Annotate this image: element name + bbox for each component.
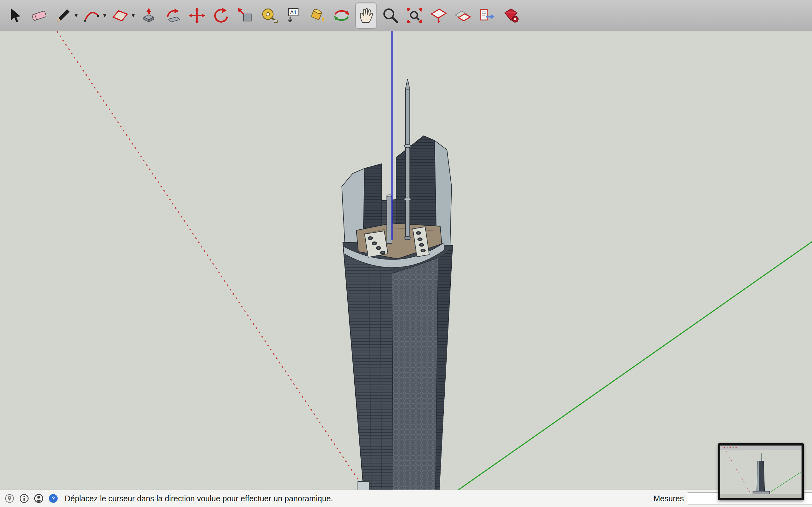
move-tool-button[interactable] [187,3,207,28]
text-tool-button[interactable]: A1 [283,3,304,28]
move-icon [188,7,206,24]
model-settings-tool-button[interactable] [501,3,521,28]
shapes-tool-button[interactable] [110,3,131,28]
section-display-tool-button[interactable] [452,3,473,28]
follow-me-icon [164,7,182,24]
red-axis-dotted [57,32,365,490]
roof-vent-left[interactable] [364,231,388,257]
geolocation-icon [4,493,15,504]
arc-icon [83,7,101,24]
viewport-canvas[interactable] [0,32,812,490]
short-antenna-mast[interactable] [387,195,392,243]
orbit-icon [333,7,351,24]
status-bar: ? Déplacez le curseur dans la direction … [0,490,812,507]
status-message: Déplacez le curseur dans la direction vo… [65,494,333,503]
info-icon [19,493,30,504]
rectangle-shape-icon [111,7,129,24]
geolocation-button[interactable] [4,493,15,504]
line-tool-button[interactable] [53,3,73,28]
tape-measure-tool-button[interactable] [259,3,280,28]
measurements-label: Mesures [653,494,684,503]
arc-tool-button[interactable] [81,3,102,28]
model-preview-thumbnail [720,446,802,498]
section-plane-tool-button[interactable] [428,3,449,28]
section-display-icon [454,7,472,24]
main-toolbar: ▾ ▾ ▾ [0,0,812,32]
push-pull-icon [140,7,158,24]
orbit-tool-button[interactable] [331,3,352,28]
export-tool-button[interactable] [476,3,497,28]
zoom-magnifier-icon [382,7,399,24]
pan-hand-icon [357,7,375,24]
arc-tool-dropdown[interactable]: ▾ [102,3,107,28]
rotate-icon [212,7,230,24]
sketchup-gem-gear-icon [502,7,520,24]
zoom-tool-button[interactable] [380,3,401,28]
model-preview-panel[interactable] [718,443,804,500]
shapes-tool-dropdown[interactable]: ▾ [131,3,136,28]
user-account-icon [33,493,44,504]
line-tool-dropdown[interactable]: ▾ [73,3,79,28]
text-dimension-icon: A1 [285,7,302,24]
rotate-tool-button[interactable] [211,3,232,28]
tower-model[interactable] [342,79,453,490]
paint-bucket-tool-button[interactable] [307,3,328,28]
scale-tool-button[interactable] [235,3,256,28]
sketchup-window: ▾ ▾ ▾ [0,0,812,507]
svg-text:A1: A1 [290,9,297,15]
help-icon: ? [48,493,59,504]
tape-measure-icon [260,7,278,24]
select-arrow-icon [6,7,24,24]
push-pull-tool-button[interactable] [138,3,159,28]
follow-me-tool-button[interactable] [162,3,183,28]
sign-in-button[interactable] [33,493,44,504]
zoom-extents-tool-button[interactable] [404,3,425,28]
eraser-icon [30,7,48,24]
eraser-tool-button[interactable] [29,3,49,28]
paint-bucket-icon [309,7,326,24]
modeling-viewport[interactable] [0,32,812,490]
select-tool-button[interactable] [4,3,26,28]
help-button[interactable]: ? [48,493,59,504]
status-icons: ? [4,493,59,504]
export-document-icon [478,7,496,24]
zoom-extents-icon [406,7,423,24]
credits-button[interactable] [18,493,30,504]
section-plane-icon [430,7,448,24]
pencil-icon [54,7,72,24]
pan-tool-button[interactable] [355,3,377,29]
svg-text:?: ? [52,496,55,502]
scale-icon [236,7,254,24]
